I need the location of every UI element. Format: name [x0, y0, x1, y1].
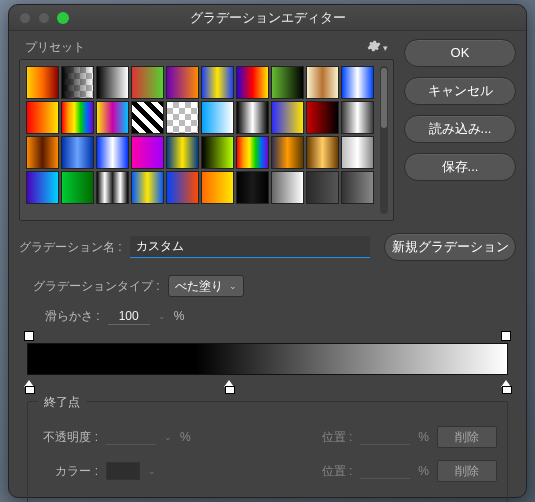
- preset-swatch[interactable]: [26, 101, 59, 134]
- cancel-button[interactable]: キャンセル: [404, 77, 516, 105]
- preset-swatch[interactable]: [96, 101, 129, 134]
- gradient-name-input[interactable]: [130, 236, 370, 258]
- preset-swatch[interactable]: [201, 171, 234, 204]
- content-area: プリセット ▾ OK キャンセル 読み込み... 保存... グラデーシ: [9, 31, 526, 497]
- preset-swatch[interactable]: [201, 101, 234, 134]
- preset-swatch[interactable]: [306, 171, 339, 204]
- preset-swatch[interactable]: [341, 66, 374, 99]
- smoothness-label: 滑らかさ :: [45, 308, 100, 325]
- preset-swatch[interactable]: [236, 171, 269, 204]
- opacity-position-unit: %: [418, 430, 429, 444]
- preset-swatch[interactable]: [61, 101, 94, 134]
- preset-swatch[interactable]: [166, 136, 199, 169]
- preset-swatch[interactable]: [201, 136, 234, 169]
- gear-icon[interactable]: [367, 39, 381, 56]
- ok-button[interactable]: OK: [404, 39, 516, 67]
- color-stop-right[interactable]: [501, 375, 511, 387]
- zoom-icon[interactable]: [57, 12, 69, 24]
- gradient-editor-window: グラデーションエディター プリセット ▾ OK キャンセル: [8, 4, 527, 498]
- opacity-delete-button[interactable]: 削除: [437, 426, 497, 448]
- preset-swatch[interactable]: [26, 136, 59, 169]
- window-controls: [9, 12, 69, 24]
- stops-legend: 終了点: [38, 394, 86, 411]
- gradient-type-select[interactable]: べた塗り ⌄: [168, 275, 244, 297]
- opacity-stop-right[interactable]: [501, 331, 511, 341]
- preset-swatch[interactable]: [166, 171, 199, 204]
- preset-swatch[interactable]: [201, 66, 234, 99]
- smoothness-input[interactable]: [108, 307, 150, 325]
- color-swatch[interactable]: [106, 462, 140, 480]
- gradient-bar[interactable]: [27, 343, 508, 375]
- gradient-type-value: べた塗り: [175, 278, 223, 295]
- presets-label: プリセット: [25, 39, 85, 56]
- opacity-label: 不透明度 :: [38, 429, 98, 446]
- preset-swatch[interactable]: [26, 171, 59, 204]
- presets-scrollbar[interactable]: [380, 66, 388, 214]
- color-stop-left[interactable]: [24, 375, 34, 387]
- presets-grid: [26, 66, 374, 214]
- preset-swatch[interactable]: [61, 171, 94, 204]
- gear-menu-chevron[interactable]: ▾: [383, 43, 388, 53]
- preset-swatch[interactable]: [131, 101, 164, 134]
- stops-group: 終了点 不透明度 : ⌄ % 位置 : % 削除 カラー : ⌄ 位置 : %: [27, 401, 508, 502]
- preset-swatch[interactable]: [271, 101, 304, 134]
- preset-swatch[interactable]: [306, 136, 339, 169]
- preset-swatch[interactable]: [61, 66, 94, 99]
- opacity-unit: %: [180, 430, 191, 444]
- opacity-position-input[interactable]: [360, 429, 410, 445]
- close-icon[interactable]: [19, 12, 31, 24]
- smoothness-unit: %: [174, 309, 185, 323]
- new-gradient-button[interactable]: 新規グラデーション: [384, 233, 516, 261]
- window-title: グラデーションエディター: [9, 9, 526, 27]
- color-position-label: 位置 :: [322, 463, 353, 480]
- preset-swatch[interactable]: [341, 171, 374, 204]
- preset-swatch[interactable]: [61, 136, 94, 169]
- chevron-down-icon: ⌄: [229, 281, 237, 291]
- preset-swatch[interactable]: [131, 66, 164, 99]
- minimize-icon[interactable]: [38, 12, 50, 24]
- gradient-name-label: グラデーション名 :: [19, 239, 122, 256]
- color-position-unit: %: [418, 464, 429, 478]
- gradient-ramp[interactable]: [27, 343, 508, 375]
- save-button[interactable]: 保存...: [404, 153, 516, 181]
- preset-swatch[interactable]: [271, 171, 304, 204]
- preset-swatch[interactable]: [131, 171, 164, 204]
- color-stop-mid[interactable]: [224, 375, 234, 387]
- titlebar[interactable]: グラデーションエディター: [9, 5, 526, 31]
- preset-swatch[interactable]: [306, 101, 339, 134]
- preset-swatch[interactable]: [131, 136, 164, 169]
- preset-swatch[interactable]: [236, 101, 269, 134]
- color-stepper-icon[interactable]: ⌄: [148, 466, 156, 476]
- preset-swatch[interactable]: [236, 66, 269, 99]
- color-label: カラー :: [38, 463, 98, 480]
- preset-swatch[interactable]: [306, 66, 339, 99]
- preset-swatch[interactable]: [271, 66, 304, 99]
- gradient-type-label: グラデーションタイプ :: [33, 278, 160, 295]
- opacity-position-label: 位置 :: [322, 429, 353, 446]
- preset-swatch[interactable]: [96, 136, 129, 169]
- smoothness-stepper-icon[interactable]: ⌄: [158, 311, 166, 321]
- preset-swatch[interactable]: [341, 136, 374, 169]
- preset-swatch[interactable]: [96, 66, 129, 99]
- opacity-stepper-icon[interactable]: ⌄: [164, 432, 172, 442]
- preset-swatch[interactable]: [26, 66, 59, 99]
- color-delete-button[interactable]: 削除: [437, 460, 497, 482]
- load-button[interactable]: 読み込み...: [404, 115, 516, 143]
- color-position-input[interactable]: [360, 463, 410, 479]
- opacity-stop-left[interactable]: [24, 331, 34, 341]
- preset-swatch[interactable]: [96, 171, 129, 204]
- preset-swatch[interactable]: [166, 66, 199, 99]
- presets-panel: [19, 59, 394, 221]
- preset-swatch[interactable]: [341, 101, 374, 134]
- opacity-input[interactable]: [106, 429, 156, 445]
- preset-swatch[interactable]: [271, 136, 304, 169]
- preset-swatch[interactable]: [236, 136, 269, 169]
- preset-swatch[interactable]: [166, 101, 199, 134]
